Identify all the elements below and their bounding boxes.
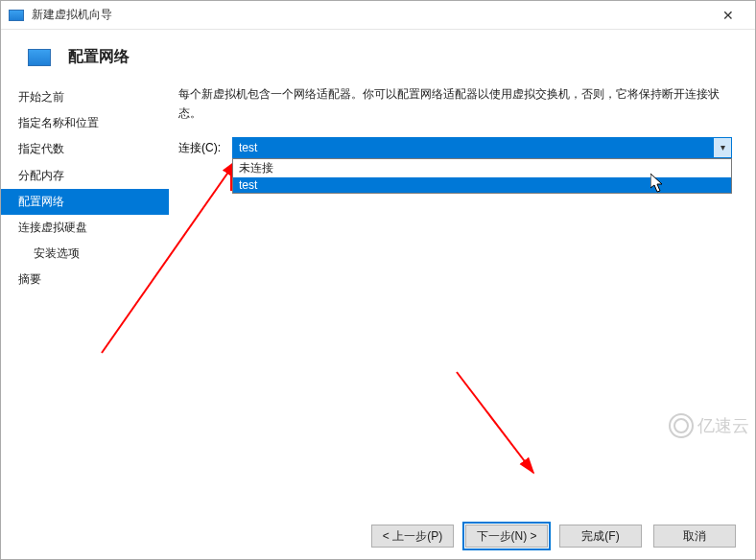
connection-combo-wrap: test ▾ 未连接 test (232, 137, 732, 158)
sidebar-item-network[interactable]: 配置网络 (1, 189, 169, 215)
connection-label: 连接(C): (178, 137, 232, 156)
title-bar: 新建虚拟机向导 ✕ (1, 1, 755, 30)
window-title: 新建虚拟机向导 (32, 7, 709, 23)
chevron-down-icon[interactable]: ▾ (714, 138, 731, 157)
prev-button[interactable]: < 上一步(P) (371, 525, 454, 548)
connection-row: 连接(C): test ▾ 未连接 test (178, 137, 732, 158)
sidebar-item-summary[interactable]: 摘要 (1, 267, 169, 292)
sidebar-item-install-options[interactable]: 安装选项 (1, 241, 169, 267)
close-button[interactable]: ✕ (709, 2, 747, 29)
wizard-body: 开始之前 指定名称和位置 指定代数 分配内存 配置网络 连接虚拟硬盘 安装选项 … (1, 84, 755, 513)
next-button[interactable]: 下一步(N) > (465, 525, 548, 548)
wizard-steps-sidebar: 开始之前 指定名称和位置 指定代数 分配内存 配置网络 连接虚拟硬盘 安装选项 … (1, 84, 169, 513)
header-icon (28, 49, 51, 66)
page-title: 配置网络 (68, 47, 130, 67)
wizard-main: 每个新虚拟机包含一个网络适配器。你可以配置网络适配器以使用虚拟交换机，否则，它将… (169, 84, 755, 513)
sidebar-item-name-location[interactable]: 指定名称和位置 (1, 110, 169, 136)
app-icon (9, 10, 24, 21)
description-text: 每个新虚拟机包含一个网络适配器。你可以配置网络适配器以使用虚拟交换机，否则，它将… (178, 84, 732, 124)
annotation-arrow-to-next (437, 362, 562, 487)
sidebar-item-generation[interactable]: 指定代数 (1, 136, 169, 162)
finish-button[interactable]: 完成(F) (559, 525, 642, 548)
svg-line-1 (457, 372, 533, 473)
connection-combobox[interactable]: test ▾ (232, 137, 732, 158)
page-header: 配置网络 (1, 30, 755, 84)
cancel-button[interactable]: 取消 (653, 525, 736, 548)
sidebar-item-vhd[interactable]: 连接虚拟硬盘 (1, 215, 169, 241)
sidebar-item-before[interactable]: 开始之前 (1, 84, 169, 110)
wizard-window: 新建虚拟机向导 ✕ 配置网络 开始之前 指定名称和位置 指定代数 分配内存 配置… (0, 0, 756, 560)
wizard-footer: < 上一步(P) 下一步(N) > 完成(F) 取消 (1, 513, 755, 559)
combobox-value: test (239, 141, 257, 154)
mouse-cursor-icon (650, 174, 666, 193)
sidebar-item-memory[interactable]: 分配内存 (1, 163, 169, 189)
